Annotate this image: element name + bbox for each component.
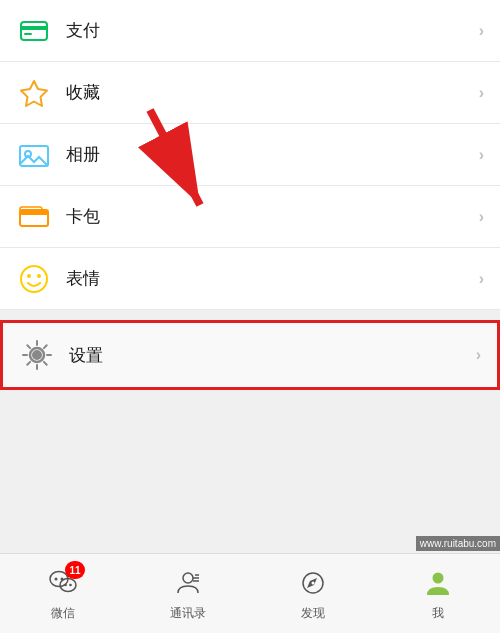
menu-item-emoji[interactable]: 表情 ›: [0, 248, 500, 310]
emoji-label: 表情: [66, 267, 479, 290]
wallet-label: 卡包: [66, 205, 479, 228]
gap-row: [0, 310, 500, 320]
emoji-icon: [16, 261, 52, 297]
wallet-icon: [16, 199, 52, 235]
svg-point-15: [34, 352, 41, 359]
svg-point-23: [69, 584, 72, 587]
album-icon: [16, 137, 52, 173]
wechat-nav-label: 微信: [51, 605, 75, 622]
svg-line-4: [26, 85, 42, 101]
contacts-nav-label: 通讯录: [170, 605, 206, 622]
svg-point-10: [21, 266, 47, 292]
payment-chevron: ›: [479, 22, 484, 40]
svg-point-31: [432, 573, 443, 584]
nav-item-contacts[interactable]: 通讯录: [168, 565, 208, 622]
menu-item-album[interactable]: 相册 ›: [0, 124, 500, 186]
album-chevron: ›: [479, 146, 484, 164]
svg-point-24: [183, 573, 193, 583]
nav-item-discover[interactable]: 发现: [293, 565, 333, 622]
svg-point-12: [37, 274, 41, 278]
settings-icon: [19, 337, 55, 373]
svg-rect-2: [24, 33, 32, 35]
settings-label: 设置: [69, 344, 476, 367]
discover-icon-wrap: [293, 565, 333, 601]
me-nav-label: 我: [432, 605, 444, 622]
contacts-icon-wrap: [168, 565, 208, 601]
discover-nav-label: 发现: [301, 605, 325, 622]
svg-point-11: [27, 274, 31, 278]
payment-icon: [16, 13, 52, 49]
menu-item-payment[interactable]: 支付 ›: [0, 0, 500, 62]
menu-item-settings[interactable]: 设置 ›: [0, 320, 500, 390]
favorites-label: 收藏: [66, 81, 479, 104]
contacts-nav-icon: [173, 569, 203, 597]
wechat-badge: 11: [65, 561, 84, 579]
favorites-chevron: ›: [479, 84, 484, 102]
svg-marker-3: [21, 81, 47, 106]
nav-item-wechat[interactable]: 11 微信: [43, 565, 83, 622]
favorites-icon: [16, 75, 52, 111]
settings-chevron: ›: [476, 346, 481, 364]
discover-nav-icon: [298, 569, 328, 597]
svg-point-30: [311, 582, 314, 585]
emoji-chevron: ›: [479, 270, 484, 288]
svg-rect-0: [21, 22, 47, 40]
wechat-icon-wrap: 11: [43, 565, 83, 601]
wallet-chevron: ›: [479, 208, 484, 226]
menu-item-favorites[interactable]: 收藏 ›: [0, 62, 500, 124]
nav-item-me[interactable]: 我: [418, 565, 458, 622]
watermark: www.ruitabu.com: [416, 536, 500, 551]
me-nav-icon: [423, 569, 453, 597]
svg-point-22: [64, 584, 67, 587]
album-label: 相册: [66, 143, 479, 166]
svg-rect-1: [21, 26, 47, 30]
payment-label: 支付: [66, 19, 479, 42]
me-icon-wrap: [418, 565, 458, 601]
menu-item-wallet[interactable]: 卡包 ›: [0, 186, 500, 248]
menu-list: 支付 › 收藏 › 相册 ›: [0, 0, 500, 310]
bottom-nav: 11 微信 通讯录: [0, 553, 500, 633]
svg-point-19: [54, 578, 57, 581]
